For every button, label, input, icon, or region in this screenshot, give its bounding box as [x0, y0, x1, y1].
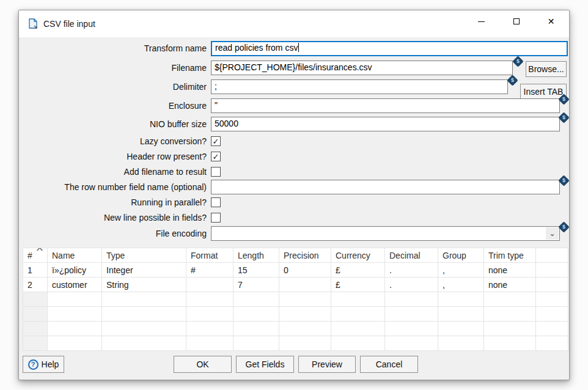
table-cell[interactable]: [102, 292, 186, 307]
column-header[interactable]: Trim type: [484, 248, 536, 263]
table-cell[interactable]: [233, 307, 279, 322]
row-number-cell[interactable]: [23, 336, 48, 351]
table-cell[interactable]: [331, 336, 385, 351]
table-cell[interactable]: [233, 292, 279, 307]
table-cell[interactable]: [331, 307, 385, 322]
table-cell[interactable]: [279, 307, 331, 322]
table-cell[interactable]: [385, 292, 438, 307]
column-header[interactable]: Precision: [279, 248, 331, 263]
table-cell[interactable]: [438, 336, 484, 351]
table-cell[interactable]: [279, 278, 331, 292]
row-number-cell[interactable]: [23, 322, 48, 336]
table-cell[interactable]: ,: [438, 263, 484, 278]
table-cell[interactable]: [48, 322, 102, 336]
table-cell[interactable]: .: [385, 278, 438, 292]
delimiter-label: Delimiter: [19, 79, 207, 94]
table-cell[interactable]: £: [331, 278, 385, 292]
ok-button[interactable]: OK: [174, 356, 232, 373]
enclosure-input[interactable]: ": [211, 98, 560, 113]
table-cell[interactable]: [48, 307, 102, 322]
row-number-cell[interactable]: 1: [23, 263, 48, 278]
table-cell[interactable]: [438, 292, 484, 307]
table-cell[interactable]: customer: [48, 278, 102, 292]
csv-file-icon: [28, 18, 39, 29]
table-cell[interactable]: [186, 322, 233, 336]
column-header[interactable]: #^: [23, 248, 48, 263]
transform-name-input[interactable]: read policies from csv: [211, 41, 568, 56]
table-cell[interactable]: 0: [279, 263, 331, 278]
table-cell[interactable]: [102, 336, 186, 351]
table-cell[interactable]: [385, 322, 438, 336]
row-number-cell[interactable]: [23, 292, 48, 307]
add-filename-to-result-checkbox[interactable]: [211, 167, 221, 177]
column-header[interactable]: Format: [186, 248, 233, 263]
close-icon: ✕: [548, 17, 555, 26]
table-cell[interactable]: [233, 336, 279, 351]
table-cell[interactable]: [186, 278, 233, 292]
file-encoding-combobox[interactable]: ⌄: [211, 226, 560, 241]
table-cell[interactable]: [186, 307, 233, 322]
table-cell[interactable]: ï»¿policy: [48, 263, 102, 278]
table-cell[interactable]: [438, 322, 484, 336]
table-cell[interactable]: [186, 336, 233, 351]
row-number-cell[interactable]: 2: [23, 278, 48, 292]
table-cell[interactable]: [186, 292, 233, 307]
table-cell[interactable]: [484, 307, 536, 322]
text-cursor: [298, 43, 299, 52]
delimiter-input[interactable]: ;: [211, 79, 508, 94]
column-header[interactable]: Name: [48, 248, 102, 263]
chevron-down-icon[interactable]: ⌄: [546, 227, 559, 240]
table-cell[interactable]: [438, 307, 484, 322]
running-in-parallel-checkbox[interactable]: [211, 197, 221, 207]
row-number-field-input[interactable]: [211, 180, 560, 194]
table-cell[interactable]: Integer: [102, 263, 186, 278]
maximize-button[interactable]: [499, 11, 534, 32]
table-cell[interactable]: none: [484, 278, 536, 292]
table-cell[interactable]: £: [331, 263, 385, 278]
preview-button[interactable]: Preview: [298, 356, 356, 373]
table-cell[interactable]: [279, 336, 331, 351]
column-header[interactable]: Length: [233, 248, 279, 263]
column-header[interactable]: Currency: [331, 248, 385, 263]
table-cell[interactable]: [102, 307, 186, 322]
column-header[interactable]: Type: [102, 248, 186, 263]
table-cell[interactable]: [484, 292, 536, 307]
table-cell[interactable]: [48, 292, 102, 307]
column-header[interactable]: Group: [438, 248, 484, 263]
minimize-button[interactable]: [464, 11, 499, 32]
table-row: [23, 292, 568, 307]
table-cell[interactable]: String: [102, 278, 186, 292]
filename-input[interactable]: ${PROJECT_HOME}/files/insurances.csv: [211, 61, 513, 75]
running-in-parallel-label: Running in parallel?: [19, 195, 207, 210]
table-cell[interactable]: [279, 322, 331, 336]
column-header[interactable]: Decimal: [385, 248, 438, 263]
table-cell[interactable]: [102, 322, 186, 336]
table-cell[interactable]: [279, 292, 331, 307]
table-cell[interactable]: [484, 336, 536, 351]
table-cell[interactable]: .: [385, 263, 438, 278]
table-cell[interactable]: none: [484, 263, 536, 278]
table-cell[interactable]: [233, 322, 279, 336]
window-title: CSV file input: [43, 18, 95, 30]
table-cell[interactable]: [484, 322, 536, 336]
get-fields-button[interactable]: Get Fields: [236, 356, 294, 373]
table-cell[interactable]: [331, 292, 385, 307]
close-button[interactable]: ✕: [534, 11, 568, 32]
table-cell[interactable]: 15: [233, 263, 279, 278]
new-line-possible-checkbox[interactable]: [211, 213, 221, 223]
help-button[interactable]: ? Help: [23, 356, 64, 373]
table-cell[interactable]: [331, 322, 385, 336]
table-row: 1ï»¿policyInteger#150£.,none: [23, 263, 568, 278]
header-row-present-checkbox[interactable]: ✓: [211, 152, 221, 161]
cancel-button[interactable]: Cancel: [360, 356, 418, 373]
table-cell[interactable]: [385, 336, 438, 351]
table-cell[interactable]: 7: [233, 278, 279, 292]
row-number-cell[interactable]: [23, 307, 48, 322]
nio-buffer-size-input[interactable]: 50000: [211, 117, 560, 131]
table-cell[interactable]: #: [186, 263, 233, 278]
browse-button[interactable]: Browse...: [526, 61, 567, 77]
lazy-conversion-checkbox[interactable]: ✓: [211, 136, 221, 146]
table-cell[interactable]: ,: [438, 278, 484, 292]
table-cell[interactable]: [48, 336, 102, 351]
table-cell[interactable]: [385, 307, 438, 322]
